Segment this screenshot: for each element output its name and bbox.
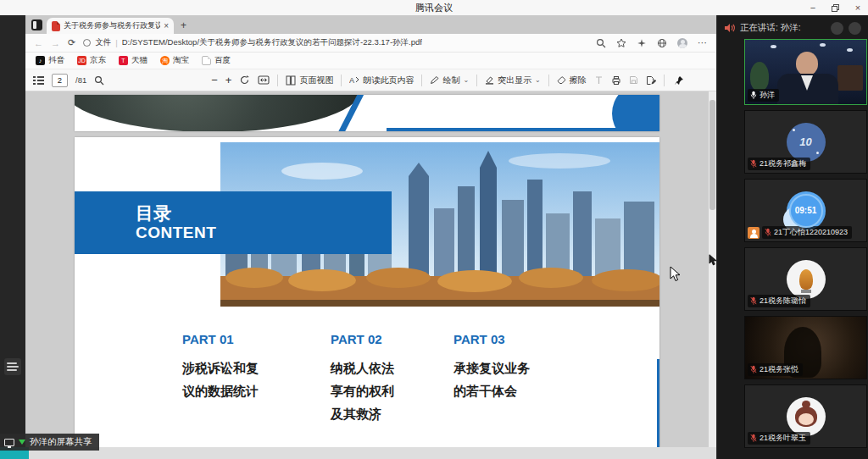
mic-on-icon xyxy=(750,91,757,100)
cartoon-girl-avatar xyxy=(787,397,826,436)
add-text-icon xyxy=(594,75,604,85)
pdf-search-icon[interactable] xyxy=(94,75,104,86)
participant-name-pill: 孙洋 xyxy=(748,89,779,102)
meeting-titlebar: 腾讯会议 − × xyxy=(0,0,868,15)
draw-caret-icon[interactable]: ⌄ xyxy=(463,76,469,84)
tab-actions-menu-icon[interactable] xyxy=(31,19,42,30)
forward-button[interactable]: → xyxy=(51,38,60,48)
jd-icon: JD xyxy=(77,56,86,65)
participant-tile-sunyang[interactable]: 孙洋 xyxy=(744,39,867,105)
close-button[interactable]: × xyxy=(853,3,863,13)
speaking-indicator-icon xyxy=(724,23,735,33)
draw-button[interactable]: 绘制 ⌄ xyxy=(430,75,469,86)
anniversary-badge-avatar: 10 xyxy=(787,123,826,162)
highlight-button[interactable]: 突出显示 ⌄ xyxy=(485,75,541,86)
bookmark-tmall[interactable]: T天猫 xyxy=(119,55,147,66)
slide-title-box: 目录 CONTENT xyxy=(75,191,392,254)
bookmarks-bar: ♪抖音 JD京东 T天猫 淘淘宝 百度 xyxy=(25,53,716,69)
url-scheme: 文件 xyxy=(95,37,111,48)
scrollbar-thumb[interactable] xyxy=(709,100,715,210)
meeting-title: 腾讯会议 xyxy=(415,2,453,14)
sidebar-control-button[interactable] xyxy=(849,22,861,35)
page-view-icon xyxy=(286,75,296,86)
tab-close-icon[interactable]: × xyxy=(164,21,169,30)
collections-icon[interactable] xyxy=(637,38,647,48)
participant-name-pill: 21税务叶翠玉 xyxy=(748,432,810,445)
sidebar-control-button[interactable] xyxy=(831,22,843,35)
pdf-toolbar: 2 /81 − + 页面视图 A 朗读此页内容 xyxy=(25,69,716,91)
mic-muted-icon xyxy=(750,159,757,169)
pdf-scrollbar[interactable] xyxy=(709,91,716,447)
zoom-in-button[interactable]: + xyxy=(225,74,232,86)
participant-name-pill: 21丁心怡1220210923 xyxy=(762,226,852,239)
search-icon[interactable] xyxy=(596,38,606,48)
restore-button[interactable] xyxy=(832,4,839,12)
slide-part-1: PART 01 涉税诉讼和复 议的数据统计 xyxy=(182,332,318,402)
participant-tile[interactable]: 21税务叶翠玉 xyxy=(744,384,867,448)
browser-essentials-icon[interactable] xyxy=(657,38,667,48)
favorites-star-icon[interactable] xyxy=(616,38,626,48)
taskbar-strip xyxy=(0,447,716,459)
list-handle-icon[interactable] xyxy=(4,358,21,375)
active-tab[interactable]: 关于税务师参与税务行政复议… × xyxy=(47,18,174,34)
svg-text:A: A xyxy=(349,76,354,85)
sidebar-header: 正在讲话: 孙洋: xyxy=(717,19,868,37)
pdf-content-area[interactable]: 目录 CONTENT PART 01 涉税诉讼和复 议的数据统计 PART 02 xyxy=(25,91,716,447)
read-aloud-icon: A xyxy=(349,75,359,85)
shared-screen-area: 关于税务师参与税务行政复议… × + ← → ⟳ 文件 | D:/SYSTEM/… xyxy=(0,15,716,459)
share-banner-label: 孙洋的屏幕共享 xyxy=(30,436,92,448)
bookmark-douyin[interactable]: ♪抖音 xyxy=(36,55,64,66)
page-icon xyxy=(202,56,211,65)
fit-width-icon[interactable] xyxy=(258,75,270,85)
minimize-button[interactable]: − xyxy=(808,3,818,13)
monitor-icon xyxy=(4,439,14,446)
mic-muted-icon xyxy=(765,228,771,237)
desktop-left-strip xyxy=(0,15,25,447)
trophy-avatar xyxy=(787,260,826,299)
tencent-meeting-window: 腾讯会议 − × 关于税务师参与税务行政复议… × + ← xyxy=(0,0,868,459)
taobao-icon: 淘 xyxy=(160,56,170,65)
read-aloud-button[interactable]: A 朗读此页内容 xyxy=(349,75,414,86)
addressbar-icons: ⋯ xyxy=(596,37,708,48)
page1-blue-circle xyxy=(612,95,659,131)
bookmark-taobao[interactable]: 淘淘宝 xyxy=(160,55,189,66)
profile-avatar-icon[interactable] xyxy=(677,38,687,48)
bookmark-jd[interactable]: JD京东 xyxy=(77,55,106,66)
bookmark-baidu[interactable]: 百度 xyxy=(202,55,231,66)
participant-name-pill: 21税务陈璐怡 xyxy=(748,295,810,307)
speaking-status: 正在讲话: 孙洋: xyxy=(740,22,801,34)
save-as-icon[interactable] xyxy=(646,75,656,86)
clock-time: 09:51 xyxy=(789,194,823,228)
secondary-cursor xyxy=(709,254,716,266)
erase-button[interactable]: 擦除 xyxy=(557,75,587,86)
new-tab-button[interactable]: + xyxy=(181,19,186,31)
erase-icon xyxy=(557,75,566,85)
page-total: /81 xyxy=(75,75,86,85)
mouse-cursor xyxy=(670,266,681,282)
toc-icon[interactable] xyxy=(33,75,44,86)
mic-muted-icon xyxy=(750,434,757,443)
page-number-input[interactable]: 2 xyxy=(52,74,68,87)
browser-menu-icon[interactable]: ⋯ xyxy=(698,37,708,48)
url-field[interactable]: 文件 | D:/SYSTEM/Desktop/关于税务师参与税务行政复议的若干问… xyxy=(83,37,588,48)
highlight-caret-icon[interactable]: ⌄ xyxy=(535,76,541,84)
rotate-icon[interactable] xyxy=(239,75,250,86)
zoom-out-button[interactable]: − xyxy=(211,74,218,86)
tmall-icon: T xyxy=(119,56,128,65)
douyin-icon: ♪ xyxy=(36,56,45,65)
participant-tile[interactable]: 10 21税务祁鑫梅 xyxy=(744,110,867,174)
slide-title-cn: 目录 xyxy=(136,203,392,224)
hand-raised-icon xyxy=(748,227,760,239)
highlight-icon xyxy=(485,75,494,85)
participant-tile[interactable]: 09:51 21丁心怡1220210923 xyxy=(744,179,867,242)
print-icon[interactable] xyxy=(611,75,621,86)
participant-tile[interactable]: 21税务张悦 xyxy=(744,316,867,379)
tab-title: 关于税务师参与税务行政复议… xyxy=(64,20,160,31)
back-button[interactable]: ← xyxy=(34,38,43,48)
participant-tile[interactable]: 21税务陈璐怡 xyxy=(744,247,867,311)
pin-toolbar-icon[interactable] xyxy=(674,75,684,86)
browser-addressbar: ← → ⟳ 文件 | D:/SYSTEM/Desktop/关于税务师参与税务行政… xyxy=(25,34,716,53)
edge-browser-window: 关于税务师参与税务行政复议… × + ← → ⟳ 文件 | D:/SYSTEM/… xyxy=(25,15,716,447)
page-view-button[interactable]: 页面视图 xyxy=(286,75,333,86)
refresh-button[interactable]: ⟳ xyxy=(68,37,75,48)
